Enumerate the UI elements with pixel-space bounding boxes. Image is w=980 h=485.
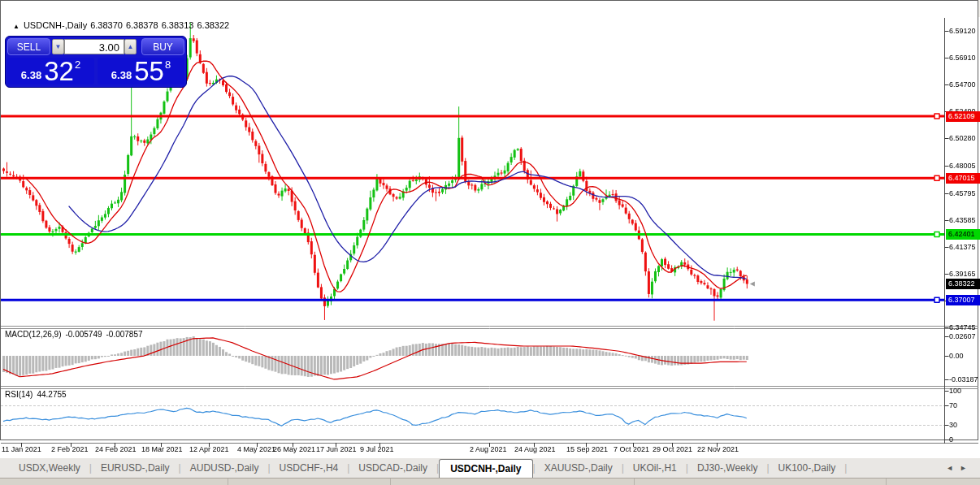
date-axis-label: 7 Oct 2021: [614, 445, 649, 453]
collapse-arrow-icon[interactable]: ▲: [13, 23, 20, 30]
price-axis-tick: 6.54700: [949, 80, 980, 89]
price-level-badge: 6.52109: [946, 111, 980, 122]
sell-price-prefix: 6.38: [21, 69, 41, 81]
macd-axis-tick: -0.03187: [949, 375, 980, 384]
rsi-label: RSI(14)44.2755: [5, 390, 71, 399]
arrow-up-icon: ▲: [128, 43, 134, 50]
chart-title: ▲USDCNH-,Daily6.383706.383786.383136.383…: [13, 20, 232, 30]
date-axis-label: 17 Jun 2021: [316, 445, 357, 453]
macd-label: MACD(12,26,9)-0.005749-0.007857: [5, 330, 147, 339]
quote-open: 6.38370: [90, 20, 123, 30]
date-axis-label: 18 Mar 2021: [141, 445, 183, 453]
buy-button[interactable]: BUY: [141, 38, 184, 55]
price-axis-tick: 6.48005: [949, 162, 980, 171]
current-price-badge: 6.38322: [946, 279, 980, 289]
price-axis-tick: 6.34745: [949, 323, 980, 332]
sell-price-big: 32: [44, 59, 74, 84]
date-axis-label: 9 Jul 2021: [360, 445, 394, 453]
macd-signal-value: -0.007857: [106, 330, 143, 339]
sell-price-display[interactable]: 6.38322: [7, 58, 94, 84]
rsi-value: 44.2755: [37, 390, 66, 399]
price-level-badge: 6.37007: [946, 295, 980, 305]
rsi-name: RSI(14): [5, 390, 33, 399]
buy-price-display[interactable]: 6.38558: [98, 58, 184, 84]
chart-symbol: USDCNH-,Daily: [24, 20, 87, 30]
date-axis-label: 24 Feb 2021: [95, 445, 137, 453]
quote-high: 6.38378: [126, 20, 158, 30]
buy-price-big: 55: [134, 59, 164, 84]
macd-main-value: -0.005749: [65, 330, 102, 339]
date-axis-label: 12 Apr 2021: [189, 445, 229, 453]
rsi-axis-tick: 0: [949, 435, 980, 444]
date-axis-label: 11 Jan 2021: [2, 445, 41, 453]
date-axis-label: 2 Feb 2021: [51, 445, 89, 453]
price-level-badge: 6.47015: [946, 173, 980, 184]
date-axis-label: 26 May 2021: [273, 445, 315, 453]
macd-name: MACD(12,26,9): [5, 330, 61, 339]
price-axis-tick: 6.39165: [949, 270, 980, 279]
date-axis-label: 15 Sep 2021: [566, 445, 608, 453]
quote-low: 6.38313: [162, 20, 194, 30]
rsi-axis-tick: 70: [949, 401, 980, 410]
date-axis-label: 29 Oct 2021: [653, 445, 692, 453]
rsi-axis-tick: 30: [949, 421, 980, 430]
price-level-badge: 6.42401: [946, 229, 980, 240]
volume-increase-button[interactable]: ▲: [124, 39, 137, 54]
rsi-axis-tick: 100: [949, 387, 980, 396]
date-axis-label: 22 Nov 2021: [697, 445, 739, 453]
macd-axis-tick: 0.00: [949, 352, 980, 361]
price-axis-tick: 6.50280: [949, 134, 980, 143]
buy-price-prefix: 6.38: [111, 69, 132, 81]
sell-price-pip: 2: [75, 58, 80, 71]
sell-button[interactable]: SELL: [7, 38, 50, 55]
quote-close: 6.38322: [197, 20, 229, 30]
arrow-down-icon: ▼: [55, 43, 62, 50]
price-axis-tick: 6.45795: [949, 189, 980, 198]
price-axis-tick: 6.43585: [949, 216, 980, 225]
macd-axis-tick: 0.02607: [949, 332, 980, 341]
price-axis-tick: 6.56910: [949, 54, 980, 63]
volume-decrease-button[interactable]: ▼: [52, 39, 64, 54]
date-axis-label: 24 Aug 2021: [514, 445, 556, 453]
date-axis-label: 2 Aug 2021: [470, 445, 507, 453]
date-axis-label: 4 May 2021: [237, 445, 275, 453]
buy-price-pip: 8: [165, 58, 171, 71]
terminal-screen: 5M30H1H4D1W1MN ▲USDCNH-,Daily6.383706.38…: [0, 0, 980, 485]
price-axis-tick: 6.41375: [949, 243, 980, 252]
one-click-trade-panel: SELL ▼ 3.00 ▲ BUY 6.38322 6.38558: [5, 36, 187, 88]
volume-input[interactable]: 3.00: [64, 39, 124, 54]
price-axis-tick: 6.59120: [949, 27, 980, 36]
